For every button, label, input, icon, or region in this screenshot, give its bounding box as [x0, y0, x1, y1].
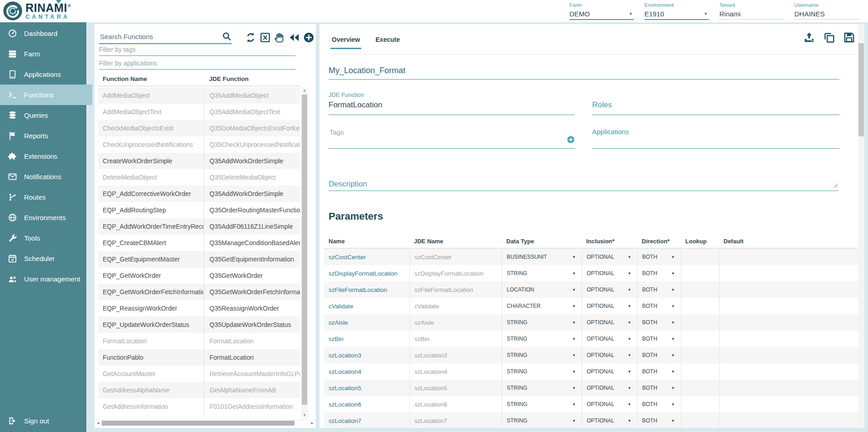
data-type-select[interactable]: LOCATION▼ [507, 286, 582, 293]
function-row[interactable]: DeleteMediaObjectQ35DeleteMediaObject [98, 169, 300, 186]
farm-select[interactable]: DEMO▼ [569, 9, 634, 20]
parameter-name-link[interactable]: szCostCenter [329, 254, 366, 261]
sidebar-item-extensions[interactable]: Extensions [0, 146, 86, 166]
parameter-name-link[interactable]: szFileFormatLocation [329, 286, 387, 293]
roles-field[interactable]: Roles [592, 100, 839, 115]
parameter-name-link[interactable]: szLocation4 [329, 368, 361, 375]
sidebar-item-dashboard[interactable]: Dashboard [0, 23, 86, 44]
direction-select[interactable]: BOTH▼ [642, 385, 681, 391]
tags-input[interactable] [329, 128, 549, 136]
description-field[interactable]: Description [329, 171, 838, 191]
tab-execute[interactable]: Execute [374, 24, 401, 49]
parameter-name-link[interactable]: szAisle [329, 319, 348, 326]
sidebar-item-routes[interactable]: Routes [0, 187, 86, 207]
function-row[interactable]: AddMediaObjectQ35AddMediaObject [98, 87, 300, 104]
parameter-name-link[interactable]: cValidate [329, 303, 354, 310]
function-row[interactable]: EQP_GetEquipmentMasterQ35GetEquipmentInf… [98, 251, 300, 267]
excel-icon[interactable] [259, 32, 271, 43]
sidebar-item-sign-out[interactable]: Sign out [0, 411, 86, 431]
parameter-name-link[interactable]: szLocation3 [329, 352, 361, 359]
function-list-vertical-scrollbar[interactable]: ▲ ▼ [301, 87, 308, 418]
data-type-select[interactable]: STRING▼ [507, 368, 582, 375]
sidebar-item-queries[interactable]: Queries [0, 105, 86, 126]
scroll-down-arrow-icon[interactable]: ▼ [301, 412, 308, 418]
function-row[interactable]: CheckUnprocessedNotificationsQ35CheckUnp… [98, 136, 300, 153]
function-row[interactable]: EQP_CreateCBMAlertQ35ManageConditionBase… [98, 235, 300, 251]
data-type-select[interactable]: STRING▼ [507, 385, 582, 391]
direction-select[interactable]: BOTH▼ [642, 319, 681, 326]
inclusion-select[interactable]: OPTIONAL▼ [587, 270, 637, 276]
function-row[interactable]: CheckMediaObjectsExistQ35DoMediaObjectsE… [98, 120, 300, 136]
jde-function-field[interactable]: FormatLocation [329, 100, 575, 115]
direction-select[interactable]: BOTH▼ [642, 368, 681, 375]
data-type-select[interactable]: STRING▼ [507, 336, 582, 342]
sidebar-item-environments[interactable]: Environments [0, 207, 86, 228]
inclusion-select[interactable]: OPTIONAL▼ [587, 352, 637, 358]
function-row[interactable]: EQP_GetWorkOrderQ35GetWorkOrder [98, 267, 300, 284]
search-icon[interactable] [222, 31, 232, 41]
environment-select[interactable]: E1910▼ [644, 9, 709, 20]
inclusion-select[interactable]: OPTIONAL▼ [587, 401, 637, 407]
data-type-select[interactable]: STRING▼ [507, 270, 582, 276]
hand-icon[interactable] [274, 32, 285, 43]
inclusion-select[interactable]: OPTIONAL▼ [587, 286, 637, 293]
function-name-field[interactable]: My_Location_Format [329, 66, 839, 80]
upload-icon[interactable] [803, 31, 815, 44]
sidebar-item-scheduler[interactable]: Scheduler [0, 248, 86, 269]
inclusion-select[interactable]: OPTIONAL▼ [587, 303, 637, 309]
function-row[interactable]: GetAccountMasterRetrieveAccountMasterInf… [98, 366, 300, 382]
sidebar-item-farm[interactable]: Farm [0, 44, 86, 64]
function-row[interactable]: EQP_AddCorrectiveWorkOrderQ35AddWorkOrde… [98, 186, 300, 202]
direction-select[interactable]: BOTH▼ [642, 352, 681, 358]
function-row[interactable]: CreateWorkOrderSimpleQ35AddWorkOrderSimp… [98, 153, 300, 169]
inclusion-select[interactable]: OPTIONAL▼ [587, 368, 637, 375]
inclusion-select[interactable]: OPTIONAL▼ [587, 385, 637, 391]
direction-select[interactable]: BOTH▼ [642, 336, 681, 342]
sidebar-item-notifications[interactable]: Notifications [0, 166, 86, 187]
function-row[interactable]: EQP_AddWorkOrderTimeEntryRecordQ35AddF06… [98, 218, 300, 235]
sidebar-item-tools[interactable]: Tools [0, 228, 86, 248]
rewind-icon[interactable] [289, 32, 300, 43]
parameter-name-link[interactable]: szLocation6 [329, 401, 361, 408]
function-row[interactable]: EQP_ReassignWorkOrderQ35ReassignWorkOrde… [98, 300, 300, 316]
search-input[interactable] [99, 32, 222, 41]
filter-applications-input[interactable] [99, 58, 295, 69]
parameter-name-link[interactable]: szBin [329, 336, 344, 342]
sidebar-item-user-management[interactable]: User management [0, 269, 86, 289]
inclusion-select[interactable]: OPTIONAL▼ [587, 417, 637, 424]
resize-handle-icon[interactable] [833, 181, 838, 190]
function-row[interactable]: FunctionPabloFormatLocation [98, 349, 300, 366]
tab-overview[interactable]: Overview [330, 24, 361, 49]
parameter-name-link[interactable]: szLocation5 [329, 385, 361, 392]
data-type-select[interactable]: CHARACTER▼ [507, 303, 582, 309]
detail-vertical-scrollbar[interactable] [858, 24, 864, 428]
parameter-name-link[interactable]: szDisplayFormatLocation [329, 270, 398, 277]
refresh-icon[interactable] [245, 32, 256, 43]
function-row[interactable]: AddMediaObjectTextQ35AddMediaObjectText [98, 104, 300, 120]
sidebar-item-functions[interactable]: Functions [0, 85, 92, 105]
direction-select[interactable]: BOTH▼ [642, 417, 681, 424]
function-row[interactable]: EQP_UpdateWorkOrderStatusQ35UpdateWorkOr… [98, 316, 300, 333]
direction-select[interactable]: BOTH▼ [642, 286, 681, 293]
inclusion-select[interactable]: OPTIONAL▼ [587, 336, 637, 342]
scrollbar-thumb[interactable] [858, 43, 864, 136]
scrollbar-thumb[interactable] [102, 421, 294, 426]
direction-select[interactable]: BOTH▼ [642, 303, 681, 309]
applications-field[interactable]: Applications [592, 128, 839, 149]
data-type-select[interactable]: BUSINESSUNIT▼ [507, 254, 582, 260]
scroll-left-arrow-icon[interactable]: ◄ [95, 420, 101, 427]
scrollbar-thumb[interactable] [302, 95, 307, 405]
direction-select[interactable]: BOTH▼ [642, 401, 681, 407]
direction-select[interactable]: BOTH▼ [642, 254, 681, 260]
function-row[interactable]: EQP_AddRoutingStepQ35OrderRoutingMasterF… [98, 202, 300, 218]
function-list-horizontal-scrollbar[interactable]: ◄ ► [95, 419, 316, 427]
add-tag-icon[interactable] [567, 136, 575, 144]
function-row[interactable]: FormatLocationFormatLocation [98, 333, 300, 349]
direction-select[interactable]: BOTH▼ [642, 270, 681, 276]
inclusion-select[interactable]: OPTIONAL▼ [587, 254, 637, 260]
data-type-select[interactable]: STRING▼ [507, 352, 582, 358]
parameter-name-link[interactable]: szLocation7 [329, 417, 361, 424]
scroll-up-arrow-icon[interactable]: ▲ [301, 87, 308, 94]
inclusion-select[interactable]: OPTIONAL▼ [587, 319, 637, 326]
sidebar-item-applications[interactable]: Applications [0, 64, 86, 85]
